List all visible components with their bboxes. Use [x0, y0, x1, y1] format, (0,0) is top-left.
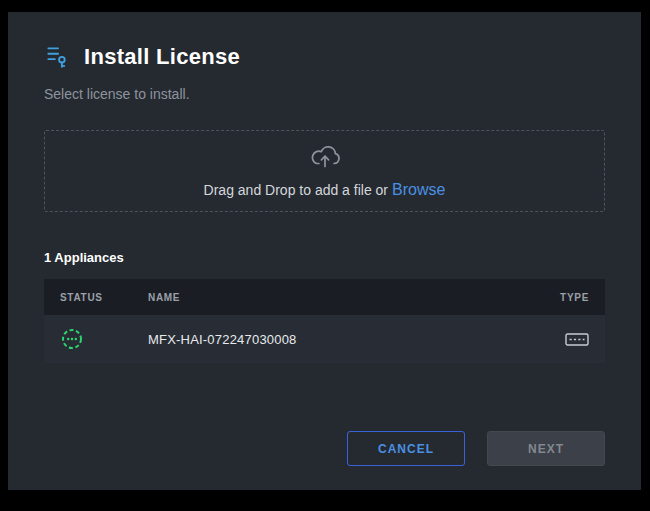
- appliances-count-label: 1 Appliances: [44, 250, 605, 265]
- dialog-subtitle: Select license to install.: [44, 86, 605, 102]
- install-license-dialog: Install License Select license to instal…: [8, 12, 641, 490]
- table-row[interactable]: MFX-HAI-072247030008: [44, 315, 605, 363]
- column-header-name: NAME: [148, 292, 529, 303]
- table-header-row: STATUS NAME TYPE: [44, 279, 605, 315]
- browse-link[interactable]: Browse: [392, 181, 445, 198]
- license-icon: [44, 44, 70, 70]
- file-dropzone[interactable]: Drag and Drop to add a file orBrowse: [44, 130, 605, 212]
- dropzone-text: Drag and Drop to add a file or: [204, 182, 388, 198]
- status-connected-icon: [60, 327, 148, 351]
- column-header-status: STATUS: [60, 292, 148, 303]
- appliance-icon: [565, 333, 589, 346]
- next-button[interactable]: NEXT: [487, 431, 605, 466]
- dialog-content: Install License Select license to instal…: [8, 12, 641, 490]
- appliances-table: STATUS NAME TYPE MFX-HAI-072247030008: [44, 279, 605, 363]
- dialog-footer: CANCEL NEXT: [347, 431, 605, 466]
- column-header-type: TYPE: [560, 292, 589, 303]
- dialog-header: Install License: [44, 12, 605, 70]
- cloud-upload-icon: [310, 143, 340, 173]
- page-title: Install License: [84, 44, 240, 70]
- cancel-button[interactable]: CANCEL: [347, 431, 465, 466]
- appliance-name: MFX-HAI-072247030008: [148, 332, 529, 347]
